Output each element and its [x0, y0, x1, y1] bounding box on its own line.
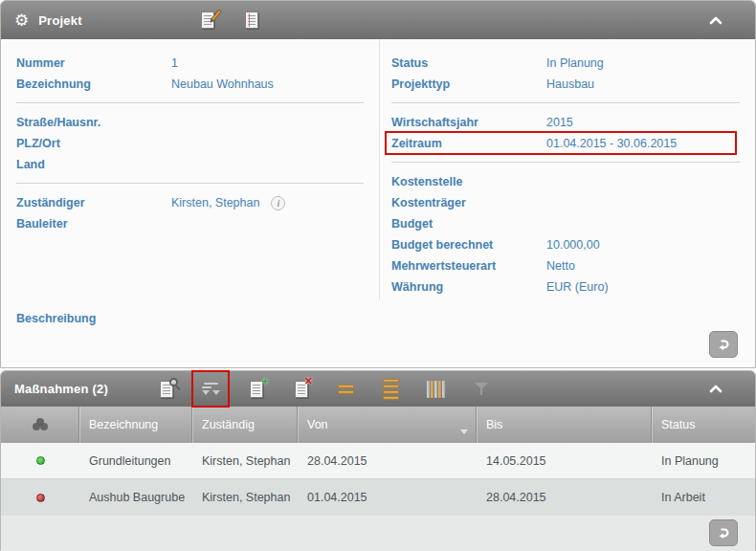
table-row[interactable]: Grundleitungen Kirsten, Stephan 28.04.20…: [1, 443, 755, 479]
project-left-column: Nummer 1 Bezeichnung Neubau Wohnhaus Str…: [1, 39, 380, 299]
project-panel-header: ⚙ Projekt: [1, 1, 755, 39]
expand-rows-button[interactable]: [379, 377, 404, 402]
field-label: Budget: [391, 217, 546, 231]
project-panel: ⚙ Projekt Nummer 1 Bezeichnung Neubau Wo…: [0, 0, 756, 368]
collapse-measures-panel-button[interactable]: [703, 377, 728, 402]
divider: [16, 183, 364, 185]
field-label: Kostenträger: [391, 196, 546, 209]
field-value: In Planung: [546, 56, 604, 70]
view-measure-button[interactable]: [154, 377, 179, 402]
chevron-up-icon: [708, 15, 723, 26]
field-value: Kirsten, Stephan: [171, 196, 259, 209]
field-bezeichnung: Bezeichnung Neubau Wohnhaus: [16, 74, 379, 95]
column-header-von[interactable]: Von: [298, 407, 477, 443]
status-dot: [36, 494, 45, 502]
column-header-status-icon[interactable]: [1, 407, 79, 443]
measures-panel-header: Maßnahmen (2) + ✕: [1, 371, 755, 407]
field-budget: Budget: [391, 213, 755, 234]
field-label: Bauleiter: [16, 217, 171, 231]
field-value: 01.04.2015 - 30.06.2015: [546, 137, 677, 150]
sort-down-icon: [460, 430, 468, 434]
field-plz-ort: PLZ/Ort: [16, 133, 379, 154]
column-header-bezeichnung[interactable]: Bezeichnung: [79, 407, 192, 443]
info-icon[interactable]: i: [271, 196, 285, 210]
add-row-icon: +: [250, 381, 263, 398]
gear-icon: ⚙: [14, 12, 29, 29]
field-label: Wirtschaftsjahr: [391, 116, 546, 129]
report-icon: [245, 11, 258, 29]
field-kostentraeger: Kostenträger: [391, 192, 755, 213]
search-document-icon: [160, 381, 173, 398]
divider: [391, 162, 740, 164]
project-panel-body: Nummer 1 Bezeichnung Neubau Wohnhaus Str…: [1, 39, 755, 367]
chevron-up-icon: [708, 384, 723, 394]
undo-button[interactable]: [709, 331, 738, 358]
field-zustaendiger: Zuständiger Kirsten, Stephan i: [16, 192, 379, 213]
measures-table-header: Bezeichnung Zuständig Von Bis Status: [1, 407, 755, 443]
collapse-rows-button[interactable]: [334, 377, 359, 402]
field-bauleiter: Bauleiter: [16, 213, 379, 234]
field-mehrwertsteuerart: Mehrwertsteuerart Netto: [391, 255, 755, 276]
two-lines-icon: [338, 385, 354, 394]
cell-bis: 28.04.2015: [477, 491, 652, 504]
measures-footer: [1, 516, 755, 551]
cell-status: In Planung: [652, 454, 755, 468]
cell-status: In Arbeit: [652, 491, 755, 504]
field-value: Netto: [546, 259, 575, 273]
project-report-button[interactable]: [239, 8, 264, 33]
field-land: Land: [16, 154, 379, 175]
field-budget-berechnet: Budget berechnet 10.000,00: [391, 234, 755, 255]
delete-measure-button[interactable]: ✕: [289, 377, 314, 402]
collapse-project-panel-button[interactable]: [703, 8, 728, 33]
cell-bezeichnung: Grundleitungen: [79, 454, 192, 468]
edit-project-button[interactable]: [195, 8, 220, 33]
field-wirtschaftsjahr: Wirtschaftsjahr 2015: [391, 112, 755, 133]
columns-button[interactable]: [424, 377, 449, 402]
field-nummer: Nummer 1: [16, 53, 379, 74]
field-label: Land: [16, 158, 171, 171]
column-header-zustaendig[interactable]: Zuständig: [192, 407, 298, 443]
field-value: Neubau Wohnhaus: [171, 77, 274, 91]
field-label: Status: [391, 56, 546, 70]
field-beschreibung: Beschreibung: [16, 309, 96, 326]
field-strasse: Straße/Hausnr.: [16, 112, 379, 133]
field-label: Kostenstelle: [391, 175, 546, 188]
field-label: Zuständiger: [16, 196, 171, 209]
field-label: Nummer: [16, 56, 171, 70]
field-value: Hausbau: [546, 77, 594, 91]
column-bars-icon: [427, 381, 445, 398]
field-label: Projekttyp: [391, 77, 546, 91]
status-cluster-icon: [33, 418, 48, 431]
field-projekttyp: Projekttyp Hausbau: [391, 74, 755, 95]
list-lines-icon: [383, 379, 399, 400]
field-kostenstelle: Kostenstelle: [391, 171, 755, 192]
field-value: EUR (Euro): [546, 280, 609, 294]
undo-button[interactable]: [709, 519, 738, 546]
filter-icon: [475, 383, 488, 396]
field-status: Status In Planung: [391, 53, 755, 74]
status-dot: [36, 456, 45, 465]
column-header-status[interactable]: Status: [652, 407, 755, 443]
field-label: Bezeichnung: [16, 77, 171, 91]
measures-table: Bezeichnung Zuständig Von Bis Status Gru…: [1, 407, 755, 551]
cell-bezeichnung: Aushub Baugrube: [79, 491, 192, 504]
project-right-column: Status In Planung Projekttyp Hausbau Wir…: [380, 39, 755, 298]
cell-von: 28.04.2015: [298, 454, 477, 468]
table-row[interactable]: Aushub Baugrube Kirsten, Stephan 01.04.2…: [1, 479, 755, 516]
filter-button[interactable]: [469, 377, 494, 402]
field-label: Mehrwertsteuerart: [391, 259, 546, 273]
field-label: Zeitraum: [391, 137, 546, 150]
sort-rows-button[interactable]: [199, 377, 224, 402]
field-label: Straße/Hausnr.: [16, 116, 171, 129]
field-zeitraum: Zeitraum 01.04.2015 - 30.06.2015: [391, 133, 755, 154]
field-waehrung: Währung EUR (Euro): [391, 276, 755, 298]
undo-icon: [716, 337, 731, 352]
delete-row-icon: ✕: [295, 381, 308, 398]
measures-panel: Maßnahmen (2) + ✕: [0, 370, 756, 551]
field-label: PLZ/Ort: [16, 137, 171, 150]
column-header-bis[interactable]: Bis: [477, 407, 652, 443]
divider: [391, 102, 740, 104]
project-panel-title: Projekt: [38, 13, 81, 28]
add-measure-button[interactable]: +: [244, 377, 269, 402]
edit-icon: [201, 11, 214, 29]
